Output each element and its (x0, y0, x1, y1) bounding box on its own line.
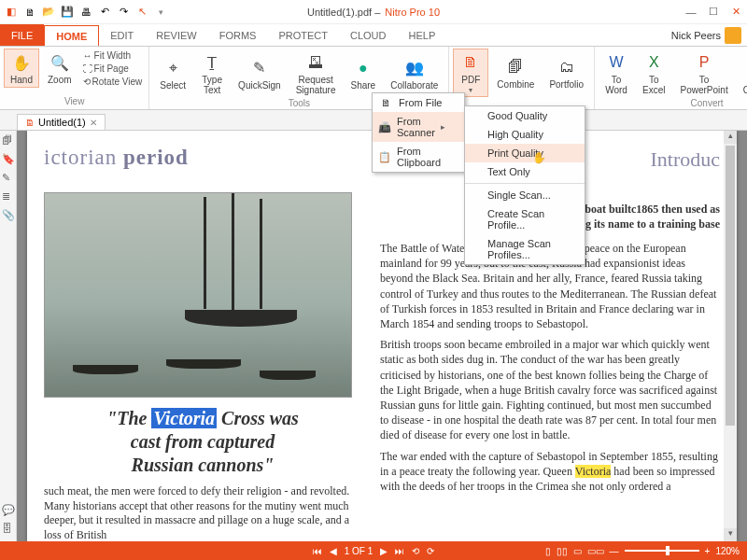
zoom-out-icon[interactable]: — (610, 546, 619, 556)
text-only-item[interactable]: Text Only (465, 162, 585, 181)
close-button[interactable]: ✕ (725, 3, 747, 21)
cursor-mode-icon[interactable]: ↖ (134, 5, 149, 20)
portfolio-button[interactable]: 🗂Portfolio (543, 53, 590, 92)
page-navigator: ⏮ ◀ 1 OF 1 ▶ ⏭ ⟲ ⟳ (313, 546, 435, 556)
fit-width-button[interactable]: ↔Fit Width (80, 49, 146, 62)
to-powerpoint-button[interactable]: PTo PowerPoint (674, 49, 735, 98)
from-scanner-item[interactable]: 📠From Scanner▸ (373, 112, 464, 142)
bookmarks-panel-icon[interactable]: 🔖 (2, 153, 15, 166)
word-icon: W (605, 51, 627, 74)
rotate-icon: ⟲ (83, 77, 91, 87)
vertical-scrollbar[interactable]: ▴ ▾ (724, 131, 737, 541)
excel-icon: X (642, 51, 665, 74)
fit-page-button[interactable]: ⛶Fit Page (80, 63, 146, 75)
scanner-icon: 📠 (378, 121, 391, 133)
menu-bar: FILE HOME EDIT REVIEW FORMS PROTECT CLOU… (0, 24, 747, 47)
avatar (725, 27, 741, 44)
single-scan-item[interactable]: Single Scan... (465, 186, 585, 204)
zoom-slider[interactable] (625, 550, 699, 552)
share-button[interactable]: ●Share (345, 54, 383, 93)
tab-home[interactable]: HOME (44, 25, 99, 46)
save-icon[interactable]: 💾 (60, 5, 75, 20)
quicksign-button[interactable]: ✎QuickSign (232, 54, 288, 93)
back-nav-icon[interactable]: ⟲ (412, 546, 419, 556)
ribbon-group-view: ✋ Hand 🔍 Zoom ↔Fit Width ⛶Fit Page ⟲Rota… (0, 47, 149, 109)
zoom-label: Zoom (48, 75, 72, 85)
prev-page-icon[interactable]: ◀ (330, 546, 337, 556)
layers-panel-icon[interactable]: ≣ (2, 190, 15, 203)
tab-forms[interactable]: FORMS (208, 24, 268, 46)
ribbon-group-create: 🗎PDF▾ 🗐Combine 🗂Portfolio (449, 47, 595, 109)
highlighted-term-victoria: Victoria (151, 408, 217, 428)
print-icon[interactable]: 🖶 (78, 5, 93, 20)
from-file-item[interactable]: 🗎From File (373, 93, 464, 112)
attachments-panel-icon[interactable]: 📎 (2, 209, 15, 222)
tab-edit[interactable]: EDIT (99, 24, 145, 46)
user-area[interactable]: Nick Peers (666, 24, 747, 46)
tab-cloud[interactable]: CLOUD (339, 24, 398, 46)
portfolio-icon: 🗂 (556, 56, 578, 78)
file-icon: 🗎 (378, 97, 393, 108)
tab-help[interactable]: HELP (398, 24, 447, 46)
first-page-icon[interactable]: ⏮ (313, 546, 322, 556)
user-name-label: Nick Peers (671, 30, 721, 41)
collaborate-button[interactable]: 👥Collaborate (384, 54, 444, 93)
last-page-icon[interactable]: ⏭ (395, 546, 404, 556)
file-menu-tab[interactable]: FILE (0, 24, 44, 46)
create-scan-profile-item[interactable]: Create Scan Profile... (465, 204, 585, 234)
menu-separator (465, 183, 585, 184)
combine-button[interactable]: 🗐Combine (490, 53, 541, 92)
from-clipboard-item[interactable]: 📋From Clipboard (373, 142, 464, 172)
type-text-button[interactable]: ṮType Text (194, 49, 230, 98)
select-button[interactable]: ⌖Select (153, 54, 192, 93)
tab-review[interactable]: REVIEW (145, 24, 207, 46)
undo-icon[interactable]: ↶ (97, 5, 112, 20)
highlighted-term-victoria-yellow: Victoria (575, 465, 612, 478)
open-file-icon[interactable]: 📂 (41, 5, 56, 20)
to-other-button[interactable]: ⇢To Other (737, 49, 747, 98)
output-panel-icon[interactable]: 🗄 (2, 523, 15, 536)
redo-icon[interactable]: ↷ (116, 5, 131, 20)
from-scanner-submenu: Good Quality High Quality Print Quality … (464, 105, 585, 265)
facing-continuous-view-icon[interactable]: ▭▭ (587, 546, 604, 556)
facing-view-icon[interactable]: ▭ (573, 546, 582, 556)
quicksign-icon: ✎ (248, 57, 271, 79)
pdf-icon: 🗎 (459, 51, 482, 74)
status-bar: ⏮ ◀ 1 OF 1 ▶ ⏭ ⟲ ⟳ ▯ ▯▯ ▭ ▭▭ — + 120% (0, 541, 747, 560)
document-area[interactable]: ictorian period "The Victoria Cross was … (17, 131, 747, 541)
document-tab[interactable]: 🗎 Untitled(1) ✕ (17, 114, 106, 130)
single-page-view-icon[interactable]: ▯ (545, 546, 551, 556)
tab-protect[interactable]: PROTECT (267, 24, 339, 46)
scroll-up-icon[interactable]: ▴ (724, 131, 737, 144)
to-excel-button[interactable]: XTo Excel (636, 49, 671, 98)
maximize-button[interactable]: ☐ (702, 3, 725, 21)
scroll-thumb[interactable] (726, 146, 735, 426)
new-file-icon[interactable]: 🗎 (22, 5, 37, 20)
continuous-view-icon[interactable]: ▯▯ (557, 546, 568, 556)
next-page-icon[interactable]: ▶ (380, 546, 388, 556)
zoom-button[interactable]: 🔍 Zoom (41, 49, 78, 88)
request-signature-button[interactable]: 🗳Request Signature (289, 49, 343, 98)
manage-scan-profiles-item[interactable]: Manage Scan Profiles... (465, 234, 585, 264)
qat-customize-icon[interactable]: ▾ (153, 5, 168, 20)
good-quality-item[interactable]: Good Quality (465, 106, 585, 125)
chevron-down-icon: ▾ (469, 86, 472, 94)
pages-panel-icon[interactable]: 🗐 (2, 134, 15, 147)
create-pdf-button[interactable]: 🗎PDF▾ (453, 49, 488, 97)
comments-panel-icon[interactable]: 💬 (2, 504, 15, 517)
minimize-button[interactable]: — (680, 3, 702, 21)
heading-victorian: ictorian period (44, 146, 361, 170)
rotate-view-button[interactable]: ⟲Rotate View (80, 76, 146, 88)
close-tab-icon[interactable]: ✕ (90, 118, 97, 128)
to-word-button[interactable]: WTo Word (599, 49, 634, 98)
scroll-down-icon[interactable]: ▾ (724, 528, 737, 541)
zoom-slider-thumb[interactable] (666, 546, 669, 555)
print-quality-item[interactable]: Print Quality (465, 144, 585, 162)
signatures-panel-icon[interactable]: ✎ (2, 172, 15, 185)
zoom-in-icon[interactable]: + (705, 546, 711, 556)
british-troops-paragraph: British troops soon became embroiled in … (380, 337, 720, 442)
document-page: ictorian period "The Victoria Cross was … (27, 131, 737, 541)
high-quality-item[interactable]: High Quality (465, 125, 585, 144)
forward-nav-icon[interactable]: ⟳ (427, 546, 434, 556)
hand-tool-button[interactable]: ✋ Hand (4, 49, 39, 88)
